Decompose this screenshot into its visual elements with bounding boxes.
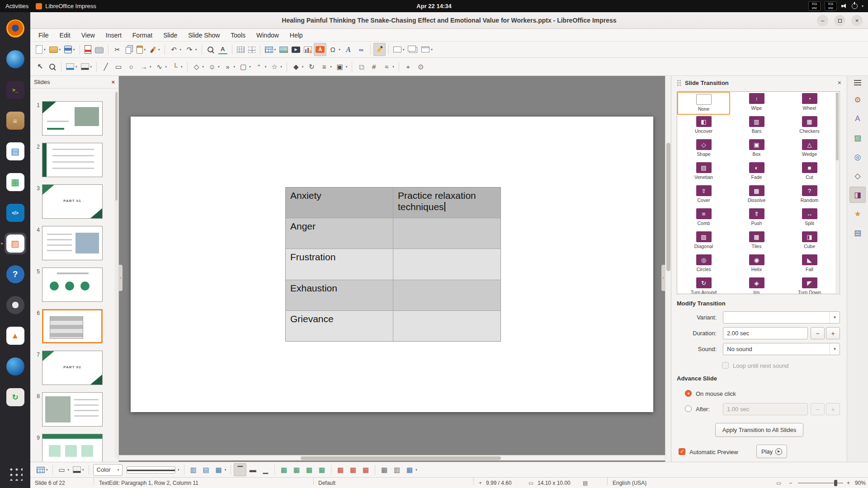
table-cell[interactable] — [393, 280, 500, 310]
dropdown-arrow-icon[interactable]: ▾ — [274, 48, 276, 52]
table-cell[interactable]: Practice relaxation techniques — [393, 188, 500, 218]
dropdown-arrow-icon[interactable]: ▾ — [181, 65, 183, 69]
dock-calc[interactable]: ▦ — [5, 171, 26, 193]
area-style-select[interactable]: Color▾ — [93, 464, 123, 476]
dropdown-arrow-icon[interactable]: ▾ — [403, 48, 405, 52]
insert-line-tool[interactable]: ╱ — [99, 60, 112, 73]
delete-column-button[interactable]: ▦ — [347, 463, 359, 476]
menu-window[interactable]: Window — [251, 30, 284, 40]
slide-thumbnail-2[interactable] — [42, 143, 103, 177]
dock-help[interactable]: ? — [5, 263, 26, 285]
transition-wheel[interactable]: ◔Wheel — [783, 92, 836, 115]
transition-cube[interactable]: ◨Cube — [783, 230, 836, 253]
zoom-tool[interactable] — [47, 60, 58, 73]
panel-grip-icon[interactable] — [677, 80, 681, 86]
dropdown-arrow-icon[interactable]: ▾ — [339, 48, 340, 52]
duration-input[interactable]: 2.00 sec — [723, 327, 808, 339]
points-button[interactable]: + — [402, 60, 415, 73]
sidebar-tab-properties[interactable]: ⚙ — [849, 92, 866, 108]
print-button[interactable] — [93, 43, 105, 56]
vertical-scrollbar[interactable] — [665, 76, 671, 462]
dock-vscode[interactable]: </> — [5, 202, 26, 224]
zoom-slider-thumb[interactable] — [834, 480, 837, 486]
insert-column-before-button[interactable]: ▦ — [303, 463, 316, 476]
insert-row-above-button[interactable]: ▦ — [278, 463, 290, 476]
fit-slide-icon[interactable]: ▭ — [776, 478, 781, 488]
sidebar-tab-navigator[interactable]: ◎ — [849, 149, 866, 165]
transition-cover[interactable]: ⇧Cover — [677, 184, 730, 207]
maximize-button[interactable] — [834, 15, 845, 26]
apply-to-all-slides-button[interactable]: Apply Transition to All Slides — [715, 423, 803, 437]
after-radio[interactable] — [685, 405, 692, 412]
on-mouse-click-radio[interactable] — [685, 390, 692, 397]
clock[interactable]: Apr 22 14:34 — [416, 3, 451, 9]
transition-checkers[interactable]: ▦Checkers — [783, 115, 836, 138]
slide-thumbnail-5[interactable] — [42, 267, 103, 302]
table-cell[interactable] — [393, 249, 500, 279]
filter-button[interactable]: ≈▾ — [380, 60, 396, 73]
dropdown-arrow-icon[interactable]: ▾ — [392, 65, 394, 69]
after-increase-button[interactable]: + — [826, 403, 840, 415]
find-replace-button[interactable] — [205, 43, 217, 56]
dropdown-arrow-icon[interactable]: ▾ — [150, 65, 151, 69]
transition-uncover[interactable]: ◧Uncover — [677, 115, 730, 138]
insert-table-button[interactable]: ▾ — [263, 43, 278, 56]
transition-wipe[interactable]: ↑Wipe — [730, 92, 783, 115]
variant-select[interactable]: ▼ — [723, 311, 840, 324]
dropdown-arrow-icon[interactable]: ▾ — [249, 65, 251, 69]
basic-shapes-tool[interactable]: ◇▾ — [190, 60, 206, 73]
table-cell[interactable]: Exhaustion — [286, 280, 393, 310]
spelling-button[interactable]: A — [217, 43, 229, 56]
dropdown-arrow-icon[interactable]: ▾ — [73, 48, 75, 52]
curves-polygons-tool[interactable]: ∿▾ — [153, 60, 169, 73]
line-width-preview[interactable]: ▾ — [124, 463, 181, 476]
align-bottom-button[interactable]: ▁ — [259, 463, 272, 476]
dropdown-arrow-icon[interactable]: ▾ — [234, 65, 236, 69]
ellipse-tool[interactable]: ○ — [125, 60, 137, 73]
stars-tool[interactable]: ☆▾ — [268, 60, 284, 73]
minimize-button[interactable]: – — [817, 15, 828, 26]
dropdown-arrow-icon[interactable]: ▾ — [431, 48, 433, 52]
dock-blue-app[interactable] — [5, 356, 26, 377]
transition-fall[interactable]: ◣Fall — [783, 253, 836, 276]
sidebar-tab-gallery[interactable]: ▨ — [849, 130, 866, 146]
vertical-scrollbar-thumb[interactable] — [666, 143, 670, 271]
border-style-button[interactable]: ▭▾ — [56, 463, 71, 476]
transition-bars[interactable]: ▥Bars — [730, 115, 783, 138]
sidebar-settings-icon[interactable] — [854, 80, 861, 85]
close-button[interactable]: × — [851, 15, 863, 26]
rectangle-tool[interactable]: ▭ — [112, 60, 125, 73]
loop-sound-checkbox[interactable] — [722, 362, 729, 369]
sidebar-tab-slide-transition[interactable]: ◨ — [849, 187, 866, 203]
automatic-preview-checkbox[interactable] — [679, 448, 685, 455]
horizontal-scrollbar[interactable] — [119, 455, 665, 460]
focused-app-indicator[interactable]: LibreOffice Impress — [36, 3, 96, 9]
duration-decrease-button[interactable]: − — [811, 327, 825, 339]
center-vertically-button[interactable]: ▬ — [246, 463, 259, 476]
menu-edit[interactable]: Edit — [54, 30, 76, 40]
dock-screenshot-tool[interactable] — [5, 294, 26, 316]
select-table-button[interactable]: ▦ — [378, 463, 391, 476]
dock-vlc[interactable]: ▲ — [5, 325, 26, 347]
delete-row-button[interactable]: ▦ — [334, 463, 347, 476]
dock-show-applications[interactable] — [5, 463, 26, 484]
copy-button[interactable] — [124, 43, 135, 56]
fill-color-button[interactable]: ▾ — [64, 60, 79, 73]
border-color-button[interactable]: ▾ — [71, 463, 86, 476]
dropdown-arrow-icon[interactable]: ▾ — [280, 65, 282, 69]
slides-panel-close-icon[interactable]: × — [111, 79, 115, 85]
menu-help[interactable]: Help — [284, 30, 308, 40]
gluepoints-button[interactable]: ⊙ — [415, 60, 427, 73]
show-draw-functions-button[interactable] — [373, 43, 386, 56]
dropdown-arrow-icon[interactable]: ▾ — [415, 468, 417, 472]
table-cell[interactable]: Anxiety — [286, 188, 393, 218]
dock-terminal[interactable]: >_ — [5, 79, 26, 101]
table-insert-button[interactable]: ▾ — [35, 463, 50, 476]
align-objects-button[interactable]: ≡▾ — [318, 60, 334, 73]
dropdown-arrow-icon[interactable]: ▾ — [195, 48, 197, 52]
transition-none[interactable]: None — [677, 92, 730, 115]
rotate-tool[interactable]: ↻ — [305, 60, 318, 73]
arrange-button[interactable]: ▣▾ — [334, 60, 349, 73]
undo-button[interactable]: ↶▾ — [168, 43, 184, 56]
3d-objects-tool[interactable]: ◆▾ — [290, 60, 306, 73]
